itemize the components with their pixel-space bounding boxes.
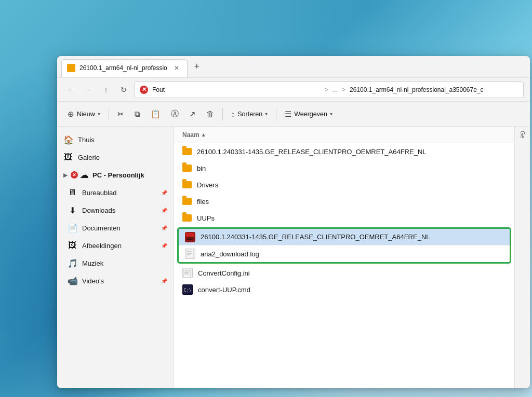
sidebar-item-label: Galerie	[78, 154, 167, 161]
address-bar: ← → ↑ ↻ ✕ Fout > ... > 26100.1_arm64_nl-…	[57, 78, 530, 102]
folder-icon	[182, 148, 192, 155]
sidebar-item-label: PC - Persoonlijk	[92, 171, 167, 179]
file-name: files	[197, 198, 506, 206]
new-button[interactable]: ⊕ Nieuw ▾	[63, 105, 104, 123]
view-chevron-icon: ▾	[330, 111, 332, 117]
sidebar-item-downloads[interactable]: ⬇ Downloads 📌	[57, 201, 174, 219]
right-panel-label: Ge	[520, 131, 526, 139]
images-icon: 🖼	[68, 241, 77, 250]
new-label: Nieuw	[77, 111, 95, 118]
log-file-icon	[185, 249, 195, 259]
refresh-button[interactable]: ↻	[116, 83, 131, 97]
file-name: bin	[197, 165, 506, 172]
file-name: UUPs	[197, 214, 506, 222]
sidebar-item-label: Thuis	[78, 136, 167, 144]
file-row[interactable]: UUPs	[174, 210, 514, 226]
sort-icon: ↕	[231, 109, 235, 118]
sidebar-item-muziek[interactable]: 🎵 Muziek	[57, 254, 174, 272]
pin-icon: 📌	[161, 225, 167, 231]
tab-close-button[interactable]: ✕	[171, 63, 182, 73]
pin-icon: 📌	[161, 208, 167, 213]
file-row[interactable]: ConvertConfig.ini	[174, 265, 514, 281]
new-tab-button[interactable]: +	[190, 60, 204, 74]
sidebar-item-label: Afbeeldingen	[82, 242, 156, 250]
home-icon: 🏠	[63, 135, 73, 145]
file-name: ConvertConfig.ini	[198, 269, 506, 277]
sidebar: 🏠 Thuis 🖼 Galerie ▶ ✕ ☁ PC - Persoonlijk…	[57, 127, 174, 388]
new-icon: ⊕	[68, 109, 74, 119]
file-name: 26100.1.240331-1435.GE_RELEASE_CLIENTPRO…	[201, 233, 503, 241]
music-icon: 🎵	[68, 258, 77, 268]
cut-button[interactable]: ✂	[113, 105, 128, 123]
sidebar-item-thuis[interactable]: 🏠 Thuis	[57, 131, 174, 148]
file-row[interactable]: 26100.1.240331-1435.GE_RELEASE_CLIENTPRO…	[174, 143, 514, 160]
sidebar-item-label: Downloads	[82, 207, 156, 214]
folder-icon	[182, 198, 192, 205]
active-tab[interactable]: 26100.1_arm64_nl-nl_professio ✕	[61, 59, 188, 77]
sidebar-item-bureaublad[interactable]: 🖥 Bureaublad 📌	[57, 184, 174, 201]
main-content: 🏠 Thuis 🖼 Galerie ▶ ✕ ☁ PC - Persoonlijk…	[57, 127, 530, 388]
pin-icon: 📌	[161, 190, 167, 196]
tab-title: 26100.1_arm64_nl-nl_professio	[79, 64, 167, 72]
folder-icon	[182, 165, 192, 172]
sidebar-item-galerie[interactable]: 🖼 Galerie	[57, 148, 174, 166]
view-button[interactable]: ☰ Weergeven ▾	[281, 105, 337, 123]
sort-chevron-icon: ▾	[265, 111, 268, 117]
tab-folder-icon	[67, 64, 75, 72]
sidebar-item-documenten[interactable]: 📄 Documenten 📌	[57, 219, 174, 237]
rename-icon: Ⓐ	[171, 109, 179, 119]
copy-icon: ⧉	[135, 109, 140, 119]
pin-icon: 📌	[161, 278, 167, 284]
pc-error-badge: ✕	[71, 171, 78, 179]
copy-button[interactable]: ⧉	[130, 105, 144, 123]
sidebar-item-afbeeldingen[interactable]: 🖼 Afbeeldingen 📌	[57, 237, 174, 254]
download-icon: ⬇	[68, 206, 77, 215]
file-row[interactable]: Drivers	[174, 176, 514, 193]
sidebar-item-pc[interactable]: ▶ ✕ ☁ PC - Persoonlijk	[57, 166, 174, 184]
gallery-icon: 🖼	[63, 153, 73, 162]
file-name: convert-UUP.cmd	[198, 286, 506, 294]
error-label: Fout	[152, 86, 321, 93]
pin-icon: 📌	[161, 243, 167, 249]
cut-icon: ✂	[117, 109, 124, 119]
desktop-icon: 🖥	[68, 188, 77, 197]
up-button[interactable]: ↑	[99, 83, 113, 97]
file-row[interactable]: 26100.1.240331-1435.GE_RELEASE_CLIENTPRO…	[179, 229, 510, 245]
file-list-header: Naam ▲	[174, 127, 514, 143]
name-column-header: Naam	[182, 131, 200, 139]
file-row[interactable]: bin	[174, 160, 514, 176]
new-chevron-icon: ▾	[98, 111, 100, 117]
right-panel: Ge	[514, 127, 530, 388]
back-button[interactable]: ←	[63, 83, 78, 97]
folder-icon	[182, 214, 192, 222]
share-button[interactable]: ↗	[185, 105, 200, 123]
iso-file-icon	[185, 232, 195, 242]
video-icon: 📹	[68, 276, 77, 286]
sort-label: Sorteren	[237, 111, 262, 118]
sidebar-item-videos[interactable]: 📹 Video's 📌	[57, 272, 174, 290]
address-field[interactable]: ✕ Fout > ... > 26100.1_arm64_nl-nl_profe…	[134, 81, 524, 98]
folder-icon	[182, 181, 192, 188]
toolbar: ⊕ Nieuw ▾ ✂ ⧉ 📋 Ⓐ ↗ 🗑 ↕ Sorteren ▾	[57, 102, 530, 127]
rename-button[interactable]: Ⓐ	[167, 105, 183, 123]
view-label: Weergeven	[294, 111, 327, 118]
share-icon: ↗	[189, 109, 196, 119]
svg-rect-4	[186, 249, 193, 258]
ini-file-icon	[182, 268, 193, 278]
forward-button[interactable]: →	[81, 83, 96, 97]
sidebar-item-label: Documenten	[82, 224, 156, 232]
file-row[interactable]: C:\ convert-UUP.cmd	[174, 281, 514, 298]
expand-chevron-icon: ▶	[63, 172, 68, 178]
cloud-icon: ☁	[80, 170, 88, 180]
sidebar-item-label: Video's	[82, 277, 156, 285]
file-row[interactable]: aria2_download.log	[179, 245, 510, 262]
file-name: Drivers	[197, 181, 506, 189]
path-text: 26100.1_arm64_nl-nl_professional_a350067…	[350, 86, 518, 93]
cmd-file-icon: C:\	[182, 284, 193, 295]
paste-button[interactable]: 📋	[147, 105, 165, 123]
toolbar-separator-1	[109, 108, 109, 120]
sort-button[interactable]: ↕ Sorteren ▾	[227, 105, 272, 123]
delete-button[interactable]: 🗑	[202, 105, 218, 123]
documents-icon: 📄	[68, 223, 77, 233]
file-row[interactable]: files	[174, 193, 514, 210]
